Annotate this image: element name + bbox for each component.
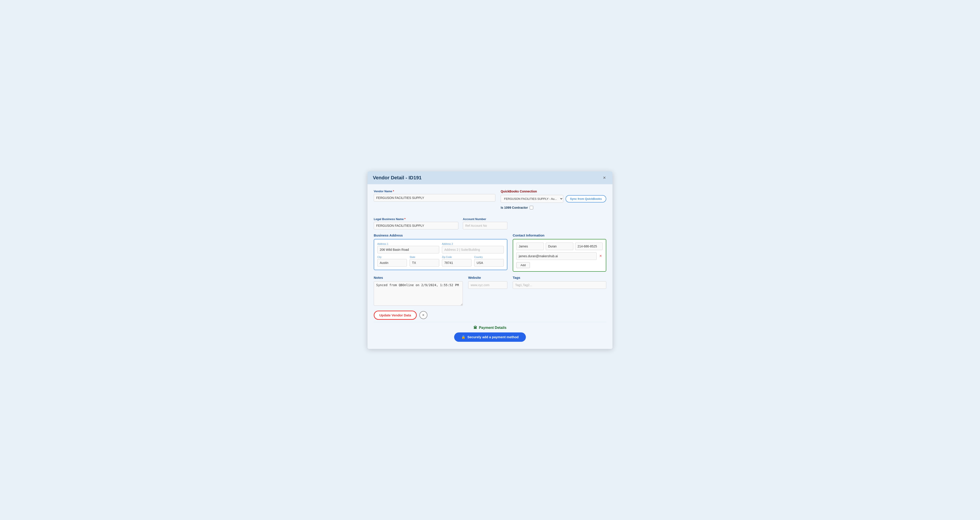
action-row: Update Vendor Data × — [374, 311, 606, 320]
payment-title: 🏛 Payment Details — [374, 326, 606, 330]
address-section-label: Business Address — [374, 233, 508, 237]
city-label: City — [377, 256, 407, 258]
zip-input[interactable] — [442, 259, 471, 266]
lock-icon: 🔒 — [461, 335, 466, 339]
contact-last-name-input[interactable] — [546, 243, 573, 250]
modal-title: Vendor Detail - ID191 — [373, 175, 422, 181]
tags-input[interactable] — [513, 281, 606, 289]
vendor-name-col: Vendor Name * — [374, 190, 495, 213]
zip-field: Zip Code — [442, 256, 471, 266]
tags-label: Tags — [513, 276, 606, 279]
legal-name-row: Legal Business Name * Account Number — [374, 217, 606, 230]
contact-phone-input[interactable] — [575, 243, 603, 250]
address2-field: Address 2 — [442, 243, 504, 254]
notes-textarea[interactable]: Synced from QBOnline on 2/9/2024, 1:55:5… — [374, 281, 463, 306]
address1-field: Address 1 — [377, 243, 439, 254]
quickbooks-select[interactable]: FERGUSON FACILITIES SUPPLY - Au... — [501, 195, 563, 203]
vendor-name-row: Vendor Name * QuickBooks Connection FERG… — [374, 190, 606, 213]
legal-name-input[interactable] — [374, 222, 458, 230]
quickbooks-col: QuickBooks Connection FERGUSON FACILITIE… — [501, 190, 606, 213]
remove-email-button[interactable]: × — [598, 254, 603, 258]
contact-first-name-input[interactable] — [516, 243, 544, 250]
add-payment-button[interactable]: 🔒 Securely add a payment method — [454, 333, 526, 342]
update-vendor-button[interactable]: Update Vendor Data — [374, 311, 417, 320]
payment-title-text: Payment Details — [479, 326, 506, 330]
account-number-input[interactable] — [463, 222, 508, 230]
cancel-button[interactable]: × — [419, 311, 427, 319]
vendor-name-label: Vendor Name * — [374, 190, 495, 193]
add-contact-row: Add — [516, 262, 603, 268]
zip-label: Zip Code — [442, 256, 471, 258]
country-label: Country — [474, 256, 504, 258]
country-field: Country — [474, 256, 504, 266]
website-col: Website — [468, 276, 508, 307]
address1-input[interactable] — [377, 246, 439, 254]
address-box: Address 1 Address 2 City — [374, 239, 508, 270]
address2-label: Address 2 — [442, 243, 504, 245]
contact-col: Contact Information × Add — [513, 233, 606, 272]
address-line2-row: City State Zip Code Country — [377, 256, 504, 266]
contact-email-input[interactable] — [516, 252, 597, 260]
bottom-row: Notes Synced from QBOnline on 2/9/2024, … — [374, 276, 606, 307]
quickbooks-label: QuickBooks Connection — [501, 190, 606, 193]
contractor-row: Is 1099 Contractor — [501, 206, 606, 209]
address2-input[interactable] — [442, 246, 504, 254]
state-label: State — [410, 256, 439, 258]
city-input[interactable] — [377, 259, 407, 266]
contractor-checkbox[interactable] — [530, 206, 533, 209]
quickbooks-row: FERGUSON FACILITIES SUPPLY - Au... Sync … — [501, 195, 606, 203]
vendor-name-input[interactable] — [374, 194, 495, 201]
spacer-col — [513, 217, 606, 230]
address1-label: Address 1 — [377, 243, 439, 245]
contractor-label: Is 1099 Contractor — [501, 206, 528, 209]
address-col: Business Address Address 1 Address 2 — [374, 233, 508, 272]
modal-header: Vendor Detail - ID191 × — [368, 171, 612, 184]
contact-box: × Add — [513, 239, 606, 272]
country-input[interactable] — [474, 259, 504, 266]
modal-body: Vendor Name * QuickBooks Connection FERG… — [368, 184, 612, 349]
state-field: State — [410, 256, 439, 266]
city-field: City — [377, 256, 407, 266]
address-contact-row: Business Address Address 1 Address 2 — [374, 233, 606, 272]
bank-icon: 🏛 — [474, 326, 477, 330]
payment-section: 🏛 Payment Details 🔒 Securely add a payme… — [374, 322, 606, 344]
legal-name-col: Legal Business Name * Account Number — [374, 217, 508, 230]
sync-quickbooks-button[interactable]: Sync from QuickBooks — [565, 195, 606, 203]
website-label: Website — [468, 276, 508, 279]
address-line1-row: Address 1 Address 2 — [377, 243, 504, 254]
contact-section-label: Contact Information — [513, 233, 606, 237]
notes-label: Notes — [374, 276, 463, 279]
account-number-label: Account Number — [463, 217, 508, 221]
tags-col: Tags — [513, 276, 606, 307]
notes-col: Notes Synced from QBOnline on 2/9/2024, … — [374, 276, 463, 307]
state-input[interactable] — [410, 259, 439, 266]
close-button[interactable]: × — [601, 175, 607, 181]
legal-name-label: Legal Business Name * — [374, 217, 458, 221]
vendor-detail-modal: Vendor Detail - ID191 × Vendor Name * Qu… — [368, 171, 612, 349]
contact-name-row — [516, 243, 603, 250]
payment-button-label: Securely add a payment method — [467, 335, 519, 339]
website-input[interactable] — [468, 281, 508, 289]
contact-email-row: × — [516, 252, 603, 260]
add-contact-button[interactable]: Add — [516, 262, 530, 268]
